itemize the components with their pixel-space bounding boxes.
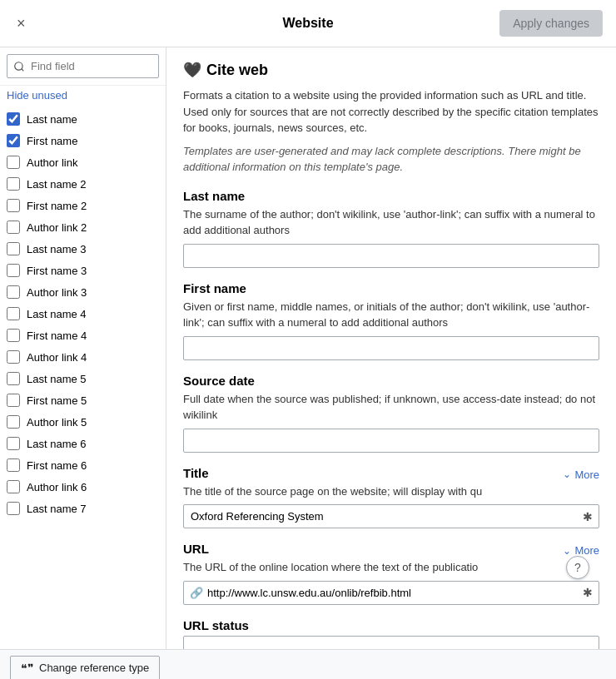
sidebar-item-label: First name 6 (27, 459, 159, 472)
sidebar-item[interactable]: First name 3 (0, 260, 166, 281)
sidebar-checkbox-18[interactable] (7, 502, 20, 515)
cite-header: 🖤 Cite web (183, 61, 599, 79)
sidebar-checkbox-1[interactable] (7, 134, 20, 147)
sidebar-checkbox-7[interactable] (7, 264, 20, 277)
cite-icon: 🖤 (183, 61, 201, 79)
sidebar-item[interactable]: Author link 5 (0, 411, 166, 433)
sidebar-item-label: Author link 4 (27, 351, 159, 364)
sidebar-item-label: First name (27, 135, 159, 147)
sidebar-checkbox-10[interactable] (7, 329, 20, 342)
sidebar: Hide unused Last nameFirst nameAuthor li… (0, 47, 166, 649)
sidebar-item-label: First name 2 (27, 200, 159, 212)
field-input-1[interactable] (183, 336, 599, 360)
sidebar-item[interactable]: Author link 2 (0, 216, 166, 238)
sidebar-checkbox-0[interactable] (7, 112, 20, 126)
sidebar-item-label: Author link 2 (27, 221, 159, 234)
sidebar-item[interactable]: First name (0, 130, 166, 151)
required-asterisk-4: ✱ (583, 586, 593, 599)
sidebar-item-label: First name 4 (27, 330, 159, 342)
field-label-0: Last name (183, 189, 245, 203)
field-input-3[interactable] (183, 504, 599, 528)
sidebar-item-label: Last name 7 (27, 503, 159, 515)
sidebar-item[interactable]: First name 5 (0, 389, 166, 411)
sidebar-checkbox-5[interactable] (7, 221, 20, 234)
quote-icon: ❝❞ (21, 662, 34, 675)
sidebar-item[interactable]: Last name 7 (0, 498, 166, 519)
field-input-4[interactable] (183, 581, 599, 605)
cite-web-title: Cite web (206, 62, 268, 79)
sidebar-item[interactable]: First name 6 (0, 454, 166, 476)
sidebar-item-label: Last name 4 (27, 308, 159, 320)
field-desc-0: The surname of the author; don't wikilin… (183, 206, 599, 239)
modal-header: × Website Apply changes (0, 0, 616, 47)
field-section-5: URL status (183, 618, 599, 650)
fields-container: Last nameThe surname of the author; don'… (183, 189, 599, 650)
sidebar-item[interactable]: Author link 4 (0, 346, 166, 368)
field-input-2[interactable] (183, 429, 599, 453)
sidebar-checkbox-4[interactable] (7, 199, 20, 212)
sidebar-item-label: Last name (27, 113, 159, 126)
sidebar-item[interactable]: Last name 4 (0, 303, 166, 325)
field-label-3: Title (183, 466, 209, 480)
field-section-0: Last nameThe surname of the author; don'… (183, 189, 599, 268)
sidebar-list: Last nameFirst nameAuthor linkLast name … (0, 105, 166, 649)
field-section-3: Title⌄ MoreThe title of the source page … (183, 466, 599, 529)
sidebar-checkbox-15[interactable] (7, 437, 20, 450)
sidebar-checkbox-6[interactable] (7, 242, 20, 255)
field-input-0[interactable] (183, 244, 599, 268)
sidebar-checkbox-9[interactable] (7, 307, 20, 320)
sidebar-item[interactable]: Last name 5 (0, 368, 166, 389)
sidebar-item[interactable]: First name 2 (0, 195, 166, 216)
sidebar-checkbox-8[interactable] (7, 285, 20, 299)
sidebar-checkbox-13[interactable] (7, 394, 20, 407)
sidebar-item[interactable]: Author link 3 (0, 281, 166, 303)
sidebar-item[interactable]: Author link 6 (0, 476, 166, 498)
sidebar-item-label: Last name 5 (27, 373, 159, 385)
field-label-5: URL status (183, 618, 249, 632)
sidebar-item[interactable]: First name 4 (0, 325, 166, 346)
field-label-2: Source date (183, 374, 255, 388)
sidebar-item[interactable]: Last name 6 (0, 433, 166, 454)
sidebar-item[interactable]: Last name 2 (0, 173, 166, 195)
help-button[interactable]: ? (566, 556, 589, 579)
sidebar-checkbox-2[interactable] (7, 156, 20, 169)
field-section-2: Source dateFull date when the source was… (183, 374, 599, 453)
modal-title: Website (282, 16, 333, 31)
more-button-4[interactable]: ⌄ More (563, 544, 599, 557)
search-box (0, 47, 166, 86)
hide-unused-button[interactable]: Hide unused (0, 86, 166, 105)
field-section-4: URL⌄ MoreThe URL of the online location … (183, 542, 599, 605)
sidebar-checkbox-11[interactable] (7, 350, 20, 364)
cite-note: Templates are user-generated and may lac… (183, 143, 599, 176)
sidebar-checkbox-16[interactable] (7, 458, 20, 472)
sidebar-item[interactable]: Last name (0, 108, 166, 130)
cite-description: Formats a citation to a website using th… (183, 87, 599, 136)
external-link-icon-4: 🔗 (190, 587, 203, 599)
close-button[interactable]: × (13, 12, 29, 36)
sidebar-checkbox-14[interactable] (7, 415, 20, 429)
footer: ❝❞ Change reference type (0, 649, 616, 679)
sidebar-checkbox-12[interactable] (7, 372, 20, 385)
change-ref-label: Change reference type (39, 662, 149, 674)
apply-changes-button[interactable]: Apply changes (499, 10, 603, 37)
main-content: 🖤 Cite web Formats a citation to a websi… (166, 47, 616, 649)
sidebar-item-label: First name 3 (27, 265, 159, 277)
sidebar-checkbox-17[interactable] (7, 480, 20, 493)
search-input[interactable] (7, 54, 159, 78)
sidebar-item-label: First name 5 (27, 394, 159, 407)
field-label-4: URL (183, 542, 209, 556)
sidebar-item[interactable]: Author link (0, 151, 166, 173)
sidebar-item-label: Last name 3 (27, 243, 159, 255)
sidebar-item-label: Last name 6 (27, 438, 159, 450)
field-input-5[interactable] (183, 636, 599, 650)
sidebar-item[interactable]: Last name 3 (0, 238, 166, 260)
change-reference-type-button[interactable]: ❝❞ Change reference type (10, 656, 160, 680)
more-button-3[interactable]: ⌄ More (563, 468, 599, 481)
body-container: Hide unused Last nameFirst nameAuthor li… (0, 47, 616, 649)
field-section-1: First nameGiven or first name, middle na… (183, 281, 599, 360)
sidebar-item-label: Author link 3 (27, 286, 159, 299)
sidebar-checkbox-3[interactable] (7, 177, 20, 191)
required-asterisk-3: ✱ (583, 510, 593, 523)
field-desc-2: Full date when the source was published;… (183, 391, 599, 424)
sidebar-item-label: Author link 5 (27, 416, 159, 429)
